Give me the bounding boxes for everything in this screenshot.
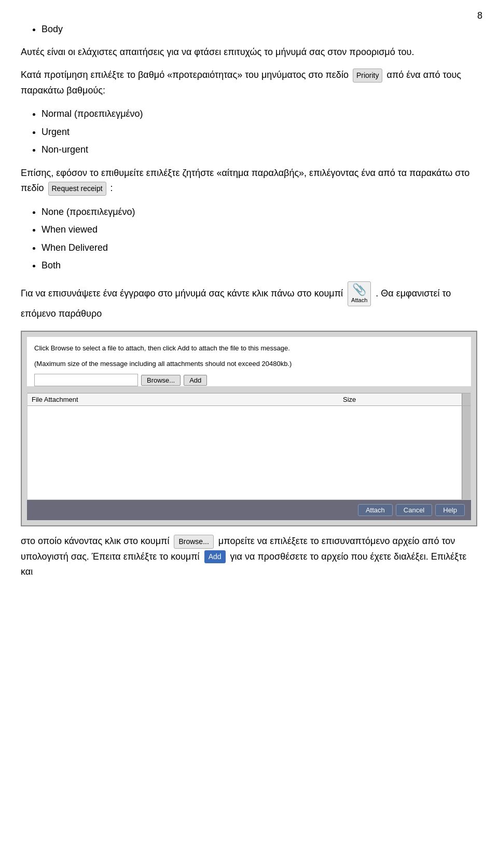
browse-inline-badge: Browse... [174,535,213,549]
browse-button[interactable]: Browse... [141,375,181,386]
request-receipt-badge: Request receipt [48,182,106,196]
attach-instruction-line2: (Maximum size of the message including a… [34,359,464,369]
table-row [27,422,471,437]
file-attachment-col-header: File Attachment [27,394,339,406]
attach-intro-paragraph: Για να επισυνάψετε ένα έγγραφο στο μήνυμ… [21,281,477,322]
add-inline-badge: Add [204,550,226,563]
attach-footer-help-btn[interactable]: Help [435,504,465,516]
page-number: 8 [477,10,482,21]
size-col-header: Size [339,394,462,406]
receipt-item-none: None (προεπιλεγμένο) [42,204,477,220]
table-row [27,468,471,484]
attach-icon-wrapper: 📎 Attach [348,281,371,306]
paperclip-icon: 📎 [352,284,366,295]
priority-item-normal: Normal (προεπιλεγμένο) [42,105,477,122]
body-bullet: Body [42,21,477,37]
attach-label: Attach [351,295,367,305]
attach-instruction-line1: Click Browse to select a file to attach,… [34,343,464,354]
after-dialog-paragraph: στο οποίο κάνοντας κλικ στο κουμπί Brows… [21,534,477,580]
attach-file-list: File Attachment Size [22,392,476,500]
attach-file-row: Browse... Add [34,374,464,386]
table-row [27,453,471,468]
priority-badge: Priority [353,69,383,83]
add-button[interactable]: Add [184,375,207,386]
attach-dialog-content: Click Browse to select a file to attach,… [27,337,471,386]
receipt-item-when-delivered: When Delivered [42,239,477,256]
attach-file-input[interactable] [34,374,138,386]
receipt-item-when-viewed: When viewed [42,221,477,238]
receipt-paragraph: Επίσης, εφόσον το επιθυμείτε επιλέξτε ζη… [21,166,477,196]
table-row [27,437,471,453]
priority-item-non-urgent: Non-urgent [42,141,477,158]
priority-list: Normal (προεπιλεγμένο) Urgent Non-urgent [42,105,477,158]
priority-paragraph: Κατά προτίμηση επιλέξτε το βαθμό «προτερ… [21,67,477,98]
receipt-item-both: Both [42,257,477,274]
intro-paragraph: Αυτές είναι οι ελάχιστες απαιτήσεις για … [21,45,477,60]
receipt-list: None (προεπιλεγμένο) When viewed When De… [42,204,477,274]
priority-item-urgent: Urgent [42,124,477,140]
attach-table-section: File Attachment Size [22,392,476,500]
scrollbar-header [462,394,471,406]
attach-dialog-footer: Attach Cancel Help [27,500,471,520]
attach-button-icon: 📎 Attach [348,281,371,306]
attach-footer-cancel-btn[interactable]: Cancel [396,504,432,516]
file-attachment-table: File Attachment Size [27,393,471,499]
table-row [27,406,471,422]
attach-dialog: Click Browse to select a file to attach,… [21,331,477,526]
attach-footer-attach-btn[interactable]: Attach [358,504,393,516]
table-row [27,484,471,499]
